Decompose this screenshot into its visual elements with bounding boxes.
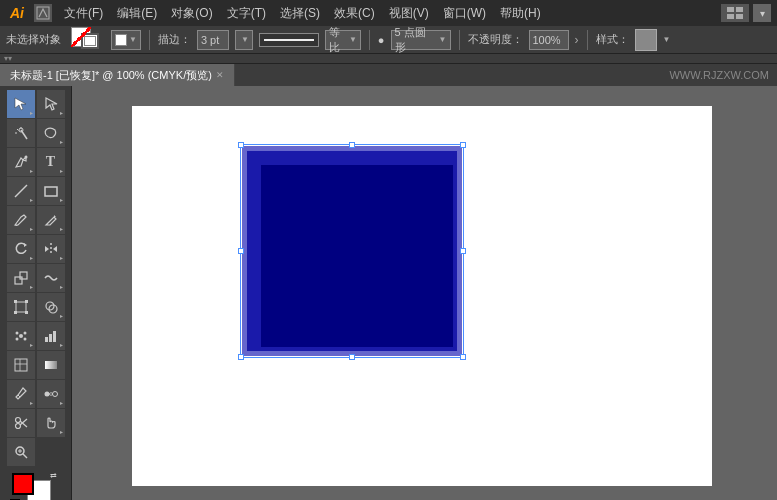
inner-rectangle[interactable] xyxy=(261,165,453,347)
menu-file[interactable]: 文件(F) xyxy=(58,3,109,24)
svg-point-37 xyxy=(15,424,20,429)
stroke-line xyxy=(264,39,314,41)
svg-rect-2 xyxy=(736,7,743,12)
sub-arrow-16: ▸ xyxy=(60,341,63,348)
opacity-label: 不透明度： xyxy=(468,32,523,47)
svg-rect-14 xyxy=(20,272,27,279)
outer-rectangle[interactable] xyxy=(242,146,462,356)
sub-arrow-8: ▸ xyxy=(30,225,33,232)
stroke-style-dropdown[interactable]: 等比 ▼ xyxy=(325,30,361,50)
style-swatch[interactable] xyxy=(635,29,657,51)
brush-size-dropdown[interactable]: 5 点圆形 ▼ xyxy=(391,30,451,50)
menu-edit[interactable]: 编辑(E) xyxy=(111,3,163,24)
menu-effect[interactable]: 效果(C) xyxy=(328,3,381,24)
tool-row-5: ▸ ▸ xyxy=(2,206,69,234)
symbol-tool-button[interactable]: ▸ xyxy=(7,322,35,350)
canvas-area[interactable] xyxy=(72,86,777,500)
svg-rect-13 xyxy=(15,277,22,284)
sub-arrow-18: ▸ xyxy=(60,399,63,406)
sub-arrow-17: ▸ xyxy=(30,399,33,406)
svg-line-42 xyxy=(23,454,27,458)
fill-style-dropdown[interactable]: ▼ xyxy=(111,30,141,50)
svg-point-26 xyxy=(23,338,26,341)
main-layout: ▸ ▸ ▸ ▸ T ▸ xyxy=(0,86,777,500)
workspace-switcher[interactable] xyxy=(721,4,749,22)
sub-bar: ▾▾ xyxy=(0,54,777,64)
chart-tool-button[interactable]: ▸ xyxy=(37,322,65,350)
divider-3 xyxy=(459,30,460,50)
svg-rect-11 xyxy=(45,187,57,196)
gradient-tool-button[interactable] xyxy=(37,351,65,379)
brush-size-label: 5 点圆形 xyxy=(395,25,437,55)
warp-tool-button[interactable]: ▸ xyxy=(37,264,65,292)
menu-object[interactable]: 对象(O) xyxy=(165,3,218,24)
menu-text[interactable]: 文字(T) xyxy=(221,3,272,24)
lasso-tool-button[interactable]: ▸ xyxy=(37,119,65,147)
rectangle-tool-button[interactable]: ▸ xyxy=(37,177,65,205)
svg-rect-33 xyxy=(45,361,57,369)
sub-arrow-2: ▸ xyxy=(60,109,63,116)
no-selection-label: 未选择对象 xyxy=(6,32,61,47)
pen-tool-button[interactable]: ▸ xyxy=(7,148,35,176)
equal-ratio-label: 等比 xyxy=(329,25,347,55)
expand-icon[interactable]: ▾ xyxy=(753,4,771,22)
stroke-label: 描边： xyxy=(158,32,191,47)
tab-close-button[interactable]: ✕ xyxy=(216,70,224,80)
sub-arrow-13: ▸ xyxy=(60,283,63,290)
menu-select[interactable]: 选择(S) xyxy=(274,3,326,24)
menu-help[interactable]: 帮助(H) xyxy=(494,3,547,24)
tab-label: 未标题-1 [已恢复]* @ 100% (CMYK/预览) xyxy=(10,68,212,83)
sub-arrow-3: ▸ xyxy=(60,138,63,145)
scale-tool-button[interactable]: ▸ xyxy=(7,264,35,292)
document-tab[interactable]: 未标题-1 [已恢复]* @ 100% (CMYK/预览) ✕ xyxy=(0,64,235,86)
type-tool-button[interactable]: T ▸ xyxy=(37,148,65,176)
svg-rect-29 xyxy=(53,331,56,342)
stroke-value-field[interactable]: 3 pt xyxy=(197,30,229,50)
artwork-container[interactable] xyxy=(242,146,462,356)
pencil-tool-button[interactable]: ▸ xyxy=(37,206,65,234)
stroke-swatch[interactable] xyxy=(81,33,99,49)
collapse-handle[interactable]: ▾▾ xyxy=(4,54,12,63)
paintbrush-tool-button[interactable]: ▸ xyxy=(7,206,35,234)
stroke-line-preview xyxy=(259,33,319,47)
line-tool-button[interactable]: ▸ xyxy=(7,177,35,205)
rotate-tool-button[interactable]: ▸ xyxy=(7,235,35,263)
zoom-tool-button[interactable] xyxy=(7,438,35,466)
menu-window[interactable]: 窗口(W) xyxy=(437,3,492,24)
svg-rect-1 xyxy=(727,7,734,12)
opacity-increment[interactable]: › xyxy=(575,33,579,47)
shape-builder-button[interactable]: ▸ xyxy=(37,293,65,321)
svg-line-10 xyxy=(15,185,27,197)
svg-point-24 xyxy=(23,332,26,335)
tool-row-4: ▸ ▸ xyxy=(2,177,69,205)
direct-selection-tool-button[interactable]: ▸ xyxy=(37,90,65,118)
svg-rect-4 xyxy=(736,14,743,19)
tool-row-7: ▸ ▸ xyxy=(2,264,69,292)
app-icon xyxy=(34,4,52,22)
opacity-field[interactable]: 100% xyxy=(529,30,569,50)
reflect-tool-button[interactable]: ▸ xyxy=(37,235,65,263)
svg-rect-28 xyxy=(49,334,52,342)
svg-rect-27 xyxy=(45,337,48,342)
style-label: 样式： xyxy=(596,32,629,47)
hand-tool-button[interactable]: ▸ xyxy=(37,409,65,437)
scissors-tool-button[interactable] xyxy=(7,409,35,437)
menu-bar: 文件(F) 编辑(E) 对象(O) 文字(T) 选择(S) 效果(C) 视图(V… xyxy=(58,3,715,24)
menu-view[interactable]: 视图(V) xyxy=(383,3,435,24)
blend-tool-button[interactable]: ▸ xyxy=(37,380,65,408)
sub-arrow-9: ▸ xyxy=(60,225,63,232)
magic-wand-tool-button[interactable] xyxy=(7,119,35,147)
mesh-tool-button[interactable] xyxy=(7,351,35,379)
stroke-unit-dropdown[interactable]: ▼ xyxy=(235,30,253,50)
selection-tool-button[interactable]: ▸ xyxy=(7,90,35,118)
svg-point-9 xyxy=(24,156,27,159)
fill-color-swatch[interactable] xyxy=(12,473,34,495)
svg-line-6 xyxy=(17,129,19,131)
svg-point-36 xyxy=(52,392,57,397)
svg-point-23 xyxy=(15,332,18,335)
eyedropper-tool-button[interactable]: ▸ xyxy=(7,380,35,408)
sub-arrow-14: ▸ xyxy=(60,312,63,319)
free-transform-button[interactable] xyxy=(7,293,35,321)
swap-colors-button[interactable]: ⇄ xyxy=(50,471,62,483)
sub-arrow-4: ▸ xyxy=(30,167,33,174)
